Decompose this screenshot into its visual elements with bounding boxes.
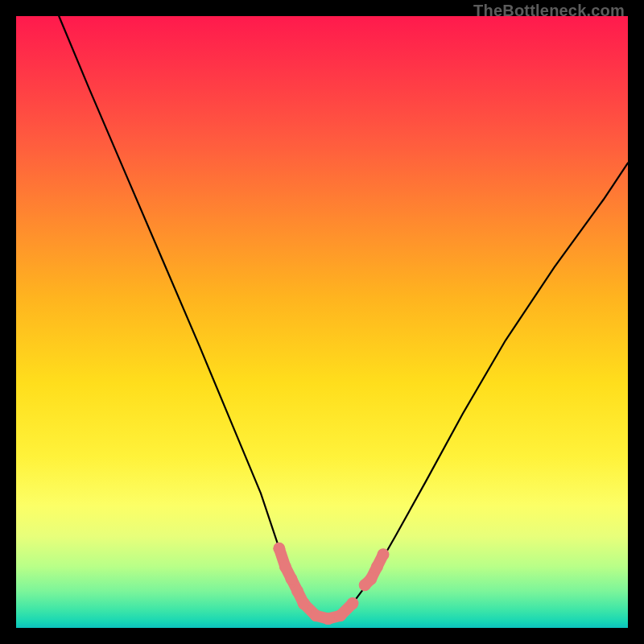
highlight-dot bbox=[371, 561, 383, 573]
curve-svg bbox=[16, 16, 628, 628]
chart-frame: TheBottleneck.com bbox=[0, 0, 644, 644]
highlight-dot bbox=[279, 561, 291, 573]
plot-area bbox=[16, 16, 628, 628]
highlight-dot bbox=[310, 609, 322, 621]
highlight-dot bbox=[273, 543, 285, 555]
highlight-dot bbox=[291, 585, 303, 597]
bottleneck-curve bbox=[59, 16, 628, 619]
highlight-dot bbox=[286, 573, 298, 585]
highlight-dot bbox=[365, 573, 377, 585]
highlight-markers bbox=[273, 543, 389, 625]
highlight-dot bbox=[334, 609, 346, 621]
highlight-dot bbox=[322, 613, 334, 625]
highlight-dot bbox=[378, 548, 390, 560]
highlight-dot bbox=[347, 597, 359, 609]
highlight-dot bbox=[298, 597, 310, 609]
